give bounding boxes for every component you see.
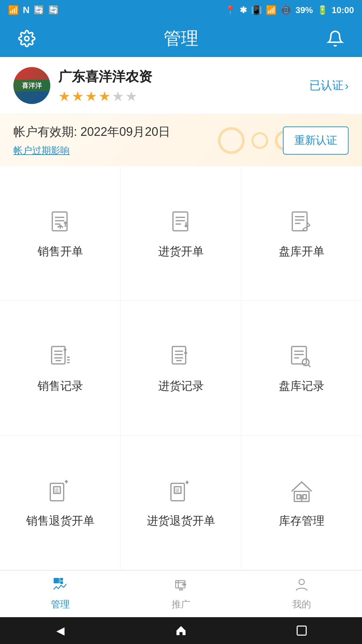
menu-item-sales-record[interactable]: 销售记录 (0, 301, 121, 435)
account-warning-link[interactable]: 帐户过期影响 (13, 144, 170, 157)
purchase-down-icon (166, 208, 196, 238)
clock: 10:00 (332, 5, 354, 15)
sales-up-icon (45, 208, 75, 238)
sales-return-icon: 退 (45, 477, 75, 507)
nav-label-promote: 推广 (172, 598, 190, 611)
deco-circle-2 (251, 132, 268, 149)
star-2: ★ (72, 89, 84, 104)
svg-rect-34 (292, 346, 306, 364)
n-icon: N (23, 5, 29, 15)
svg-text:退: 退 (175, 488, 180, 493)
sync-icon2: 🔄 (48, 5, 59, 15)
svg-rect-54 (60, 581, 63, 584)
menu-label-purchase-record: 进货记录 (158, 378, 204, 394)
star-4: ★ (99, 89, 111, 104)
avatar: 喜洋洋 (13, 67, 50, 104)
account-info: 帐户有效期: 2022年09月20日 帐户过期影响 (13, 124, 170, 157)
svg-rect-19 (52, 346, 65, 364)
page-title: 管理 (40, 27, 322, 50)
status-right: 📍 ✱ 📳 📶 📵 39% 🔋 10:00 (225, 5, 354, 15)
menu-item-inventory-order[interactable]: 盘库开单 (241, 166, 362, 301)
wifi-icon: 📶 (8, 5, 19, 15)
account-expiry: 帐户有效期: 2022年09月20日 (13, 124, 170, 140)
nav-label-manage: 管理 (51, 598, 70, 611)
svg-rect-28 (172, 346, 186, 364)
nav-label-mine: 我的 (292, 598, 311, 611)
nav-item-promote[interactable]: 推广 (121, 571, 241, 617)
inventory-search-icon (287, 342, 317, 372)
star-rating: ★ ★ ★ ★ ★ ★ (58, 89, 152, 104)
status-left: 📶 N 🔄 🔄 (8, 5, 59, 15)
menu-label-inventory-record: 盘库记录 (279, 378, 324, 394)
recent-button[interactable] (292, 621, 312, 641)
menu-item-inventory-record[interactable]: 盘库记录 (241, 301, 362, 435)
battery-icon: 🔋 (317, 5, 328, 15)
star-1: ★ (58, 89, 70, 104)
menu-label-inventory-order: 盘库开单 (279, 244, 324, 259)
warehouse-icon (287, 477, 317, 507)
menu-label-stock-manage: 库存管理 (279, 513, 324, 529)
nav-item-manage[interactable]: 管理 (0, 571, 121, 617)
menu-item-purchase-record[interactable]: 进货记录 (121, 301, 241, 435)
manage-nav-icon (53, 577, 68, 595)
inventory-edit-icon (287, 208, 317, 238)
status-bar: 📶 N 🔄 🔄 📍 ✱ 📳 📶 📵 39% 🔋 10:00 (0, 0, 362, 20)
account-banner: 帐户有效期: 2022年09月20日 帐户过期影响 重新认证 (0, 114, 362, 166)
settings-button[interactable] (13, 30, 40, 47)
home-button[interactable] (171, 621, 191, 641)
back-button[interactable]: ◀ (50, 621, 70, 641)
vibrate-icon: 📳 (251, 5, 262, 15)
svg-rect-52 (54, 578, 59, 583)
menu-item-sales-return[interactable]: 退 销售退货开单 (0, 436, 121, 570)
svg-rect-49 (297, 495, 300, 499)
sync-icon1: 🔄 (34, 5, 44, 15)
deco-circle-1 (218, 127, 245, 154)
svg-rect-1 (52, 212, 67, 231)
svg-rect-6 (173, 212, 188, 231)
svg-point-0 (25, 37, 29, 41)
certified-button[interactable]: 已认证 › (309, 78, 349, 93)
store-name: 广东喜洋洋农资 (58, 67, 152, 86)
notification-button[interactable] (322, 30, 349, 47)
nav-item-mine[interactable]: 我的 (241, 571, 362, 617)
svg-line-18 (303, 230, 305, 231)
svg-rect-50 (303, 495, 306, 499)
certified-label: 已认证 (309, 78, 344, 93)
system-nav-bar: ◀ (0, 617, 362, 644)
battery-percent: 39% (295, 5, 313, 15)
star-3: ★ (85, 89, 97, 104)
promote-nav-icon (174, 577, 188, 595)
purchase-record-icon (166, 342, 196, 372)
location-icon: 📍 (225, 5, 236, 15)
menu-label-sales-record: 销售记录 (38, 378, 83, 394)
menu-label-sales-return: 销售退货开单 (26, 513, 95, 529)
bluetooth-icon: ✱ (240, 5, 247, 15)
mine-nav-icon (294, 577, 309, 595)
sim-off-icon: 📵 (281, 5, 291, 15)
menu-item-stock-manage[interactable]: 库存管理 (241, 436, 362, 570)
profile-info: 喜洋洋 广东喜洋洋农资 ★ ★ ★ ★ ★ ★ (13, 67, 152, 104)
menu-label-purchase-return: 进货退货开单 (147, 513, 215, 529)
svg-line-39 (308, 365, 310, 367)
svg-rect-61 (297, 626, 306, 635)
star-6: ★ (125, 89, 137, 104)
profile-section: 喜洋洋 广东喜洋洋农资 ★ ★ ★ ★ ★ ★ 已认证 › (0, 57, 362, 114)
svg-rect-53 (60, 578, 63, 581)
menu-item-purchase-return[interactable]: 退 进货退货开单 (121, 436, 241, 570)
menu-label-purchase-order: 进货开单 (158, 244, 204, 259)
svg-point-60 (299, 579, 304, 585)
bottom-nav: 管理 推广 我的 (0, 570, 362, 617)
menu-grid: 销售开单 进货开单 (0, 166, 362, 570)
svg-text:退: 退 (54, 488, 59, 493)
signal-icon: 📶 (266, 5, 277, 15)
menu-label-sales-order: 销售开单 (38, 244, 83, 259)
menu-item-purchase-order[interactable]: 进货开单 (121, 166, 241, 301)
app-header: 管理 (0, 20, 362, 57)
recertify-button[interactable]: 重新认证 (283, 126, 349, 155)
sales-record-icon (45, 342, 75, 372)
star-5: ★ (112, 89, 124, 104)
purchase-return-icon: 退 (166, 477, 196, 507)
menu-item-sales-order[interactable]: 销售开单 (0, 166, 121, 301)
chevron-right-icon: › (345, 79, 349, 92)
